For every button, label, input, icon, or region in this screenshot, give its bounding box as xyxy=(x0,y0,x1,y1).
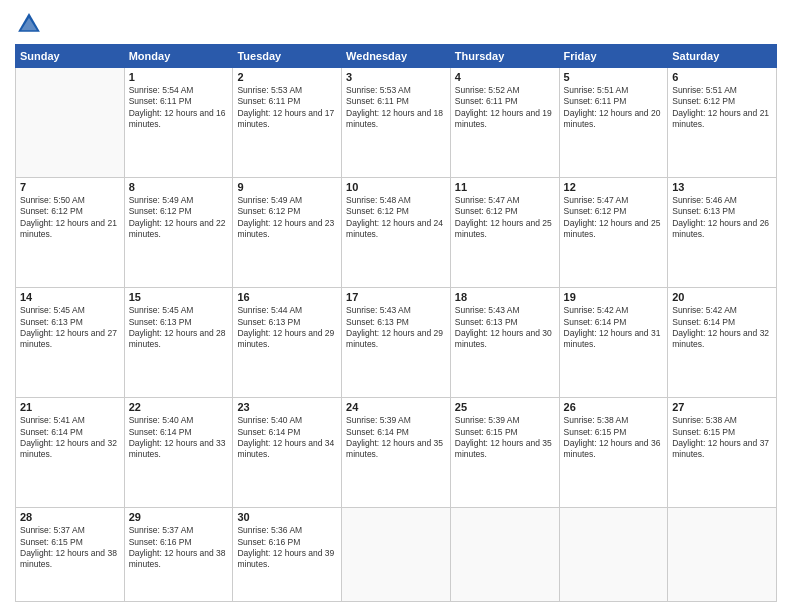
calendar-cell: 5Sunrise: 5:51 AMSunset: 6:11 PMDaylight… xyxy=(559,68,668,178)
day-number: 29 xyxy=(129,511,229,523)
cell-info: Sunrise: 5:47 AMSunset: 6:12 PMDaylight:… xyxy=(455,195,555,241)
cell-info: Sunrise: 5:45 AMSunset: 6:13 PMDaylight:… xyxy=(129,305,229,351)
calendar-cell: 26Sunrise: 5:38 AMSunset: 6:15 PMDayligh… xyxy=(559,398,668,508)
day-number: 14 xyxy=(20,291,120,303)
calendar-cell: 20Sunrise: 5:42 AMSunset: 6:14 PMDayligh… xyxy=(668,288,777,398)
cell-info: Sunrise: 5:53 AMSunset: 6:11 PMDaylight:… xyxy=(346,85,446,131)
calendar-cell: 30Sunrise: 5:36 AMSunset: 6:16 PMDayligh… xyxy=(233,508,342,602)
day-number: 18 xyxy=(455,291,555,303)
day-number: 4 xyxy=(455,71,555,83)
header-day: Saturday xyxy=(668,45,777,68)
day-number: 7 xyxy=(20,181,120,193)
calendar-cell: 7Sunrise: 5:50 AMSunset: 6:12 PMDaylight… xyxy=(16,178,125,288)
cell-info: Sunrise: 5:39 AMSunset: 6:14 PMDaylight:… xyxy=(346,415,446,461)
logo-icon xyxy=(15,10,43,38)
cell-info: Sunrise: 5:52 AMSunset: 6:11 PMDaylight:… xyxy=(455,85,555,131)
calendar-header: SundayMondayTuesdayWednesdayThursdayFrid… xyxy=(16,45,777,68)
day-number: 8 xyxy=(129,181,229,193)
day-number: 16 xyxy=(237,291,337,303)
calendar-cell: 8Sunrise: 5:49 AMSunset: 6:12 PMDaylight… xyxy=(124,178,233,288)
cell-info: Sunrise: 5:37 AMSunset: 6:16 PMDaylight:… xyxy=(129,525,229,571)
header xyxy=(15,10,777,38)
calendar-week-row: 1Sunrise: 5:54 AMSunset: 6:11 PMDaylight… xyxy=(16,68,777,178)
day-number: 15 xyxy=(129,291,229,303)
day-number: 21 xyxy=(20,401,120,413)
cell-info: Sunrise: 5:53 AMSunset: 6:11 PMDaylight:… xyxy=(237,85,337,131)
logo xyxy=(15,10,47,38)
header-day: Sunday xyxy=(16,45,125,68)
cell-info: Sunrise: 5:40 AMSunset: 6:14 PMDaylight:… xyxy=(129,415,229,461)
day-number: 2 xyxy=(237,71,337,83)
calendar-cell: 29Sunrise: 5:37 AMSunset: 6:16 PMDayligh… xyxy=(124,508,233,602)
calendar-cell: 6Sunrise: 5:51 AMSunset: 6:12 PMDaylight… xyxy=(668,68,777,178)
calendar-cell xyxy=(668,508,777,602)
calendar-cell: 11Sunrise: 5:47 AMSunset: 6:12 PMDayligh… xyxy=(450,178,559,288)
calendar-cell xyxy=(559,508,668,602)
cell-info: Sunrise: 5:36 AMSunset: 6:16 PMDaylight:… xyxy=(237,525,337,571)
day-number: 30 xyxy=(237,511,337,523)
calendar-cell: 22Sunrise: 5:40 AMSunset: 6:14 PMDayligh… xyxy=(124,398,233,508)
calendar-week-row: 28Sunrise: 5:37 AMSunset: 6:15 PMDayligh… xyxy=(16,508,777,602)
calendar-cell: 24Sunrise: 5:39 AMSunset: 6:14 PMDayligh… xyxy=(342,398,451,508)
cell-info: Sunrise: 5:54 AMSunset: 6:11 PMDaylight:… xyxy=(129,85,229,131)
day-number: 19 xyxy=(564,291,664,303)
header-day: Thursday xyxy=(450,45,559,68)
calendar-cell: 21Sunrise: 5:41 AMSunset: 6:14 PMDayligh… xyxy=(16,398,125,508)
calendar-cell: 15Sunrise: 5:45 AMSunset: 6:13 PMDayligh… xyxy=(124,288,233,398)
calendar-cell: 27Sunrise: 5:38 AMSunset: 6:15 PMDayligh… xyxy=(668,398,777,508)
calendar-cell: 3Sunrise: 5:53 AMSunset: 6:11 PMDaylight… xyxy=(342,68,451,178)
day-number: 10 xyxy=(346,181,446,193)
calendar-cell: 25Sunrise: 5:39 AMSunset: 6:15 PMDayligh… xyxy=(450,398,559,508)
header-day: Friday xyxy=(559,45,668,68)
cell-info: Sunrise: 5:48 AMSunset: 6:12 PMDaylight:… xyxy=(346,195,446,241)
day-number: 24 xyxy=(346,401,446,413)
calendar-cell: 23Sunrise: 5:40 AMSunset: 6:14 PMDayligh… xyxy=(233,398,342,508)
day-number: 1 xyxy=(129,71,229,83)
calendar-body: 1Sunrise: 5:54 AMSunset: 6:11 PMDaylight… xyxy=(16,68,777,602)
cell-info: Sunrise: 5:49 AMSunset: 6:12 PMDaylight:… xyxy=(129,195,229,241)
calendar-table: SundayMondayTuesdayWednesdayThursdayFrid… xyxy=(15,44,777,602)
calendar-cell: 2Sunrise: 5:53 AMSunset: 6:11 PMDaylight… xyxy=(233,68,342,178)
day-number: 25 xyxy=(455,401,555,413)
day-number: 23 xyxy=(237,401,337,413)
cell-info: Sunrise: 5:43 AMSunset: 6:13 PMDaylight:… xyxy=(455,305,555,351)
day-number: 5 xyxy=(564,71,664,83)
cell-info: Sunrise: 5:50 AMSunset: 6:12 PMDaylight:… xyxy=(20,195,120,241)
cell-info: Sunrise: 5:42 AMSunset: 6:14 PMDaylight:… xyxy=(564,305,664,351)
day-number: 17 xyxy=(346,291,446,303)
cell-info: Sunrise: 5:51 AMSunset: 6:11 PMDaylight:… xyxy=(564,85,664,131)
calendar-week-row: 7Sunrise: 5:50 AMSunset: 6:12 PMDaylight… xyxy=(16,178,777,288)
calendar-week-row: 14Sunrise: 5:45 AMSunset: 6:13 PMDayligh… xyxy=(16,288,777,398)
calendar-cell xyxy=(16,68,125,178)
cell-info: Sunrise: 5:38 AMSunset: 6:15 PMDaylight:… xyxy=(564,415,664,461)
day-number: 20 xyxy=(672,291,772,303)
calendar-cell: 1Sunrise: 5:54 AMSunset: 6:11 PMDaylight… xyxy=(124,68,233,178)
cell-info: Sunrise: 5:45 AMSunset: 6:13 PMDaylight:… xyxy=(20,305,120,351)
day-number: 27 xyxy=(672,401,772,413)
calendar-cell xyxy=(342,508,451,602)
calendar-cell xyxy=(450,508,559,602)
calendar-cell: 13Sunrise: 5:46 AMSunset: 6:13 PMDayligh… xyxy=(668,178,777,288)
calendar-cell: 14Sunrise: 5:45 AMSunset: 6:13 PMDayligh… xyxy=(16,288,125,398)
header-day: Monday xyxy=(124,45,233,68)
day-number: 3 xyxy=(346,71,446,83)
cell-info: Sunrise: 5:39 AMSunset: 6:15 PMDaylight:… xyxy=(455,415,555,461)
day-number: 11 xyxy=(455,181,555,193)
calendar-cell: 17Sunrise: 5:43 AMSunset: 6:13 PMDayligh… xyxy=(342,288,451,398)
cell-info: Sunrise: 5:43 AMSunset: 6:13 PMDaylight:… xyxy=(346,305,446,351)
cell-info: Sunrise: 5:38 AMSunset: 6:15 PMDaylight:… xyxy=(672,415,772,461)
cell-info: Sunrise: 5:37 AMSunset: 6:15 PMDaylight:… xyxy=(20,525,120,571)
cell-info: Sunrise: 5:42 AMSunset: 6:14 PMDaylight:… xyxy=(672,305,772,351)
calendar-cell: 16Sunrise: 5:44 AMSunset: 6:13 PMDayligh… xyxy=(233,288,342,398)
cell-info: Sunrise: 5:40 AMSunset: 6:14 PMDaylight:… xyxy=(237,415,337,461)
day-number: 26 xyxy=(564,401,664,413)
header-day: Wednesday xyxy=(342,45,451,68)
cell-info: Sunrise: 5:41 AMSunset: 6:14 PMDaylight:… xyxy=(20,415,120,461)
calendar-cell: 28Sunrise: 5:37 AMSunset: 6:15 PMDayligh… xyxy=(16,508,125,602)
cell-info: Sunrise: 5:44 AMSunset: 6:13 PMDaylight:… xyxy=(237,305,337,351)
day-number: 12 xyxy=(564,181,664,193)
cell-info: Sunrise: 5:46 AMSunset: 6:13 PMDaylight:… xyxy=(672,195,772,241)
calendar-cell: 10Sunrise: 5:48 AMSunset: 6:12 PMDayligh… xyxy=(342,178,451,288)
day-number: 13 xyxy=(672,181,772,193)
calendar-cell: 12Sunrise: 5:47 AMSunset: 6:12 PMDayligh… xyxy=(559,178,668,288)
